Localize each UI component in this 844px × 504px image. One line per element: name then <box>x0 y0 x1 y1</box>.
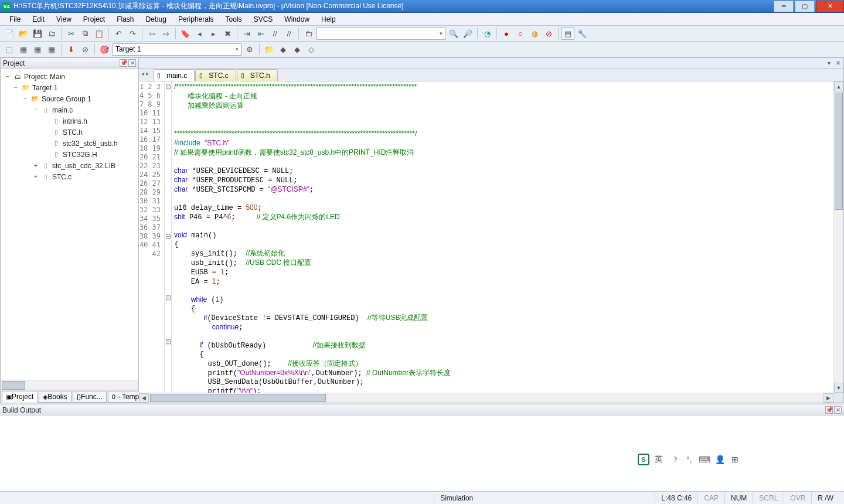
bookmark-button[interactable]: 🔖 <box>179 27 192 40</box>
pane-close-button[interactable]: ✕ <box>128 59 136 67</box>
close-button[interactable]: ✕ <box>816 1 844 12</box>
bookmark-prev-button[interactable]: ◂ <box>193 27 206 40</box>
build-output-body[interactable]: S 英 ☽ °, ⌨ 👤 ⊞ <box>0 416 844 491</box>
tree-file-intrins[interactable]: ▯intrins.h <box>2 115 137 127</box>
menu-project[interactable]: Project <box>77 13 111 25</box>
editor-close-button[interactable]: ✕ <box>834 59 842 67</box>
configure-button[interactable]: 🔧 <box>576 27 588 40</box>
file-tab-main[interactable]: ▯main.c <box>153 69 195 81</box>
redo-button[interactable]: ↷ <box>126 27 139 40</box>
stop-build-button[interactable]: ⊘ <box>79 43 91 56</box>
outdent-button[interactable]: ⇤ <box>254 27 267 40</box>
proj-tab-books[interactable]: ◈ Books <box>39 391 71 403</box>
tree-file-stc32g[interactable]: ▯STC32G.H <box>2 149 137 160</box>
code-editor[interactable]: /***************************************… <box>172 81 833 393</box>
copy-button[interactable]: ⧉ <box>79 27 91 40</box>
editor-hscrollbar[interactable]: ◀▶ <box>139 393 843 403</box>
project-hscrollbar[interactable] <box>1 380 138 390</box>
window-layout-button[interactable]: ▤ <box>561 27 574 40</box>
file-tab-stc-c[interactable]: ▯STC.c <box>195 69 236 81</box>
breakpoint-disable-button[interactable]: ◍ <box>528 27 541 40</box>
editor-menu-button[interactable]: ▾ <box>825 59 833 67</box>
menu-debug[interactable]: Debug <box>140 13 172 25</box>
menu-window[interactable]: Window <box>278 13 315 25</box>
build-button[interactable]: ▦ <box>17 43 30 56</box>
tab-nav-arrows[interactable]: ◂ ▸ <box>141 70 149 77</box>
file-tab-stc-h[interactable]: ▯STC.h <box>237 69 278 81</box>
manage-rte-button[interactable]: ◇ <box>305 43 318 56</box>
nav-back-button[interactable]: ⇦ <box>145 27 158 40</box>
breakpoint-enable-button[interactable]: ○ <box>514 27 527 40</box>
ime-lang-label[interactable]: 英 <box>653 454 665 465</box>
menu-flash[interactable]: Flash <box>111 13 139 25</box>
pack-installer-button[interactable]: ◆ <box>291 43 304 56</box>
options-button[interactable]: ⚙ <box>243 43 256 56</box>
project-tree[interactable]: −🗂Project: Main −📁Target 1 −📂Source Grou… <box>1 69 138 380</box>
maximize-button[interactable]: ▢ <box>795 1 815 12</box>
tree-target[interactable]: −📁Target 1 <box>2 82 137 93</box>
ime-keyboard-icon[interactable]: ⌨ <box>699 454 710 465</box>
tree-file-stc-h[interactable]: ▯STC.h <box>2 127 137 138</box>
breakpoint-insert-button[interactable]: ● <box>500 27 513 40</box>
ime-grid-icon[interactable]: ⊞ <box>729 454 741 465</box>
menu-edit[interactable]: Edit <box>26 13 50 25</box>
fold-gutter[interactable]: ⊟⊟⊟⊟ <box>165 81 172 393</box>
target-options-button[interactable]: 🎯 <box>98 43 111 56</box>
tree-group[interactable]: −📂Source Group 1 <box>2 93 137 104</box>
download-button[interactable]: ⬇ <box>64 43 77 56</box>
find-dropdown[interactable]: ▾ <box>316 28 445 40</box>
new-file-button[interactable]: 📄 <box>3 27 16 40</box>
menu-file[interactable]: File <box>4 13 26 25</box>
target-selector-value: Target 1 <box>115 45 141 53</box>
rebuild-button[interactable]: ▦ <box>31 43 44 56</box>
breakpoint-killall-button[interactable]: ⊘ <box>542 27 555 40</box>
ime-moon-icon[interactable]: ☽ <box>668 454 680 465</box>
tree-file-usb-h[interactable]: ▯stc32_stc8_usb.h <box>2 138 137 149</box>
target-selector[interactable]: Target 1 ▾ <box>113 43 241 56</box>
editor-vscrollbar[interactable]: ▲▼ <box>833 81 843 393</box>
ime-punct-icon[interactable]: °, <box>683 454 695 465</box>
debug-config-button[interactable]: ◔ <box>481 27 494 40</box>
menu-help[interactable]: Help <box>315 13 342 25</box>
incremental-find-button[interactable]: 🔎 <box>461 27 474 40</box>
find-button[interactable]: 🔍 <box>447 27 460 40</box>
tree-file-lib[interactable]: +▯stc_usb_cdc_32.LIB <box>2 160 137 171</box>
nav-fwd-button[interactable]: ⇨ <box>159 27 172 40</box>
menu-peripherals[interactable]: Peripherals <box>172 13 220 25</box>
build-output-title: Build Output <box>2 406 41 414</box>
translate-button[interactable]: ⬚ <box>3 43 16 56</box>
uncomment-button[interactable]: // <box>283 27 295 40</box>
build-pin-button[interactable]: 📌 <box>825 406 833 414</box>
menu-tools[interactable]: Tools <box>220 13 248 25</box>
minimize-button[interactable]: ━ <box>774 1 794 12</box>
tree-root[interactable]: −🗂Project: Main <box>2 71 137 82</box>
toolbar-build: ⬚ ▦ ▦ ▦ ⬇ ⊘ 🎯 Target 1 ▾ ⚙ 📁 ◆ ◆ ◇ <box>0 42 844 57</box>
undo-button[interactable]: ↶ <box>112 27 125 40</box>
tree-file-main[interactable]: −▯main.c <box>2 104 137 115</box>
manage-project-button[interactable]: 📁 <box>263 43 275 56</box>
save-button[interactable]: 💾 <box>31 27 44 40</box>
paste-button[interactable]: 📋 <box>93 27 106 40</box>
file-tabs: ◂ ▸ ▯main.c ▯STC.c ▯STC.h <box>139 69 843 81</box>
proj-tab-functions[interactable]: {} Func... <box>73 391 107 403</box>
ime-toolbar[interactable]: S 英 ☽ °, ⌨ 👤 ⊞ <box>634 451 744 468</box>
ime-person-icon[interactable]: 👤 <box>714 454 726 465</box>
batch-build-button[interactable]: ▦ <box>45 43 58 56</box>
menu-view[interactable]: View <box>50 13 77 25</box>
pane-pin-button[interactable]: 📌 <box>120 59 127 67</box>
tree-file-stc-c[interactable]: +▯STC.c <box>2 171 137 182</box>
statusbar: Simulation L:48 C:46 CAP NUM SCRL OVR R … <box>0 491 844 504</box>
comment-button[interactable]: // <box>268 27 281 40</box>
open-file-button[interactable]: 📂 <box>17 27 30 40</box>
find-in-files-button[interactable]: 🗀 <box>302 27 315 40</box>
bookmark-clear-button[interactable]: ✖ <box>221 27 234 40</box>
save-all-button[interactable]: 🗂 <box>45 27 58 40</box>
select-packs-button[interactable]: ◆ <box>277 43 290 56</box>
bookmark-next-button[interactable]: ▸ <box>207 27 220 40</box>
ime-logo-icon: S <box>638 454 649 465</box>
indent-button[interactable]: ⇥ <box>240 27 253 40</box>
cut-button[interactable]: ✂ <box>64 27 77 40</box>
build-close-button[interactable]: ✕ <box>834 406 842 414</box>
proj-tab-project[interactable]: ▣ Project <box>2 391 38 403</box>
menu-svcs[interactable]: SVCS <box>248 13 279 25</box>
